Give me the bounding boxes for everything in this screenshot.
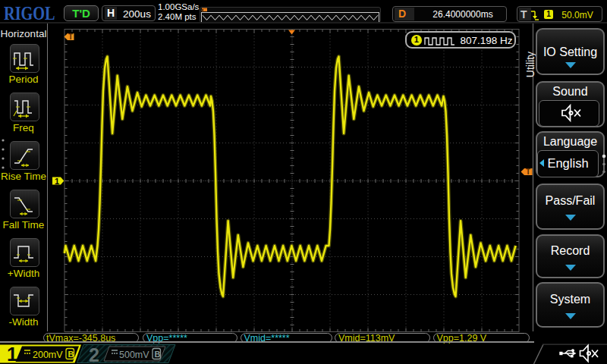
svg-text:B: B	[155, 350, 161, 359]
svg-text:500mV: 500mV	[119, 350, 149, 360]
svg-text:1: 1	[55, 177, 59, 186]
svg-text:B: B	[68, 350, 74, 359]
svg-text:200mV: 200mV	[33, 350, 63, 360]
svg-text:T: T	[68, 33, 73, 41]
svg-text:1: 1	[7, 344, 17, 364]
svg-text:2: 2	[89, 344, 99, 364]
svg-text:T: T	[526, 168, 530, 176]
